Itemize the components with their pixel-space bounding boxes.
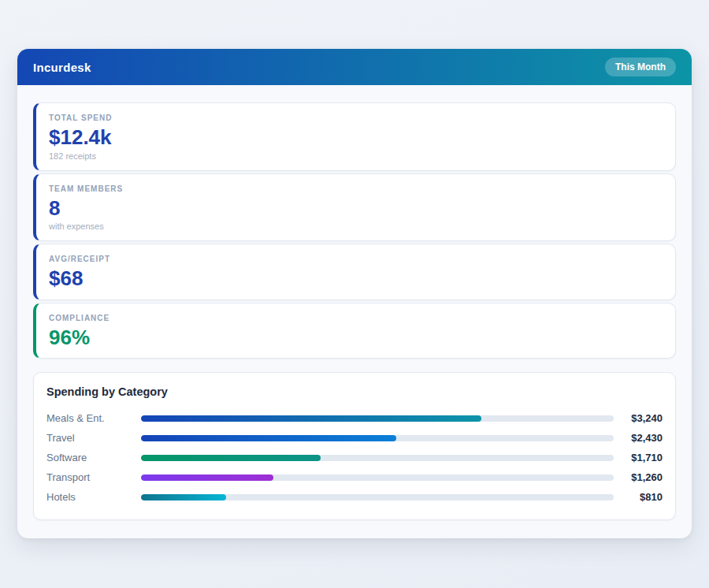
stat-card: TEAM MEMBERS 8 with expenses bbox=[33, 173, 676, 242]
widget-body: TOTAL SPEND $12.4k 182 receipts TEAM MEM… bbox=[17, 85, 692, 538]
stat-subtext: 182 receipts bbox=[49, 151, 663, 161]
stat-card: TOTAL SPEND $12.4k 182 receipts bbox=[33, 102, 676, 171]
bar-track bbox=[141, 415, 614, 422]
category-value: $1,710 bbox=[614, 452, 663, 463]
category-label: Software bbox=[46, 452, 141, 463]
category-value: $2,430 bbox=[614, 432, 663, 444]
category-value: $3,240 bbox=[614, 412, 663, 424]
bar-track bbox=[141, 494, 614, 501]
stat-value: $12.4k bbox=[49, 126, 663, 149]
stat-value: 8 bbox=[49, 197, 663, 220]
chart-title: Spending by Category bbox=[46, 385, 663, 398]
bar-fill bbox=[141, 494, 226, 501]
bar-track bbox=[141, 455, 614, 461]
bar-track bbox=[141, 435, 614, 441]
stat-subtext: with expenses bbox=[49, 221, 663, 231]
category-label: Travel bbox=[46, 432, 141, 444]
stat-label: COMPLIANCE bbox=[49, 314, 663, 322]
bar-fill bbox=[141, 474, 273, 481]
chart-row: Travel $2,430 bbox=[46, 428, 663, 448]
bar-fill bbox=[141, 415, 481, 422]
category-label: Hotels bbox=[46, 491, 141, 503]
category-value: $810 bbox=[614, 491, 663, 503]
stat-value: 96% bbox=[49, 326, 663, 349]
widget-header: Incurdesk This Month bbox=[17, 49, 692, 85]
period-badge[interactable]: This Month bbox=[605, 58, 676, 76]
bar-fill bbox=[141, 455, 321, 461]
stat-label: TEAM MEMBERS bbox=[49, 184, 663, 193]
category-label: Transport bbox=[46, 471, 141, 483]
stat-label: AVG/RECEIPT bbox=[49, 255, 663, 263]
app-title: Incurdesk bbox=[33, 61, 91, 74]
bar-fill bbox=[141, 435, 396, 441]
stat-cards: TOTAL SPEND $12.4k 182 receipts TEAM MEM… bbox=[33, 102, 676, 359]
expense-dashboard-widget: Incurdesk This Month TOTAL SPEND $12.4k … bbox=[17, 49, 692, 538]
chart-row: Hotels $810 bbox=[46, 487, 663, 507]
chart-row: Meals & Ent. $3,240 bbox=[46, 408, 663, 428]
stat-card: COMPLIANCE 96% bbox=[33, 303, 676, 359]
stat-value: $68 bbox=[49, 267, 663, 290]
bar-track bbox=[141, 474, 614, 481]
stat-label: TOTAL SPEND bbox=[49, 114, 663, 122]
category-value: $1,260 bbox=[614, 471, 663, 483]
category-label: Meals & Ent. bbox=[46, 412, 141, 424]
spending-chart-card: Spending by Category Meals & Ent. $3,240… bbox=[33, 372, 676, 520]
chart-rows: Meals & Ent. $3,240 Travel $2,430 Softwa… bbox=[46, 408, 663, 507]
stat-card: AVG/RECEIPT $68 bbox=[33, 244, 676, 300]
chart-row: Transport $1,260 bbox=[46, 467, 663, 487]
chart-row: Software $1,710 bbox=[46, 448, 663, 467]
